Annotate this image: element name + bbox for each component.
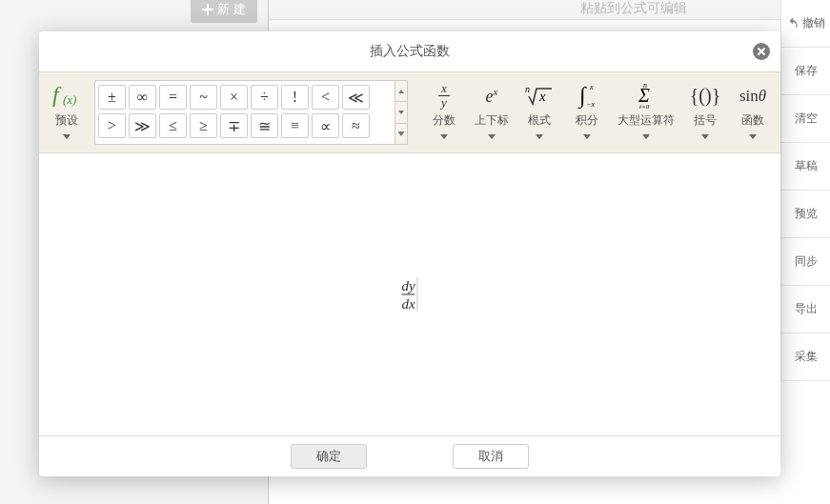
symbol-greaterequal[interactable]: ≥ (190, 113, 217, 138)
summation-icon: nΣi=0 (629, 80, 663, 111)
bracket-group[interactable]: {()} 括号 (685, 80, 725, 145)
sidebar-clear[interactable]: 清空 (780, 95, 830, 143)
scroll-down[interactable] (395, 102, 408, 123)
radical-label: 根式 (528, 112, 551, 129)
symbol-row-1: ± ∞ = ~ × ÷ ! < ≪ (98, 85, 392, 110)
sidebar-undo[interactable]: 撤销 (780, 0, 830, 48)
chevron-down-icon (583, 134, 591, 139)
svg-text:n: n (525, 84, 530, 94)
right-sidebar: 撤销 保存 清空 草稿 预览 同步 导出 采集 (780, 0, 830, 381)
svg-text:f: f (52, 82, 62, 107)
formula-content[interactable]: dy dx (401, 278, 417, 312)
function-label: 函数 (741, 112, 764, 129)
modal-footer: 确定 取消 (39, 436, 780, 476)
modal-title-bar: 插入公式函数 (39, 31, 780, 71)
symbol-lessequal[interactable]: ≤ (159, 113, 187, 138)
cancel-button[interactable]: 取消 (453, 444, 529, 469)
close-button[interactable] (752, 42, 771, 61)
radical-icon: nx (522, 80, 557, 111)
symbol-times[interactable]: × (220, 85, 248, 110)
symbol-muchgreater[interactable]: ≫ (129, 113, 156, 138)
bigop-label: 大型运算符 (617, 112, 675, 129)
function-group[interactable]: sinθ 函数 (733, 80, 773, 145)
modal-title: 插入公式函数 (370, 43, 450, 60)
close-icon (752, 42, 771, 61)
symbol-identical[interactable]: ≡ (281, 113, 309, 138)
integral-icon: ∫x−x (570, 80, 604, 111)
formula-canvas[interactable]: dy dx (39, 153, 780, 435)
sidebar-undo-label: 撤销 (802, 15, 825, 31)
more-icon (398, 132, 404, 136)
symbol-infinity[interactable]: ∞ (129, 85, 156, 110)
symbol-proportional[interactable]: ∝ (312, 113, 339, 138)
chevron-down-icon (749, 134, 757, 139)
symbol-equals[interactable]: = (159, 85, 187, 110)
symbol-approx[interactable]: ≈ (342, 113, 370, 138)
sidebar-collect[interactable]: 采集 (780, 333, 830, 381)
sidebar-preview[interactable]: 预览 (780, 191, 830, 238)
numerator: dy (401, 278, 415, 293)
symbol-greaterthan[interactable]: > (98, 113, 126, 138)
exponent-icon: ex (475, 80, 509, 111)
svg-text:(x): (x) (63, 92, 76, 107)
preset-icon: f(x) (50, 80, 84, 111)
ok-button[interactable]: 确定 (291, 444, 367, 469)
symbol-minusplus[interactable]: ∓ (220, 113, 248, 138)
fraction-icon: xy (427, 80, 461, 111)
svg-text:x: x (538, 89, 546, 104)
integral-group[interactable]: ∫x−x 积分 (567, 80, 607, 145)
symbol-grid: ± ∞ = ~ × ÷ ! < ≪ > ≫ ≤ ≥ ∓ ≅ ≡ ∝ ≈ (94, 80, 395, 145)
scroll-up[interactable] (395, 80, 408, 102)
subsup-label: 上下标 (475, 112, 509, 129)
symbol-divide[interactable]: ÷ (251, 85, 278, 110)
chevron-up-icon (398, 90, 404, 93)
sidebar-save[interactable]: 保存 (780, 48, 830, 95)
symbol-lessthan[interactable]: < (312, 85, 339, 110)
denominator: dx (401, 296, 415, 312)
symbol-plusminus[interactable]: ± (98, 85, 126, 110)
chevron-down-icon (63, 134, 71, 139)
symbol-muchless[interactable]: ≪ (342, 85, 370, 110)
preset-group[interactable]: f(x) 预设 (47, 80, 87, 145)
fraction-line (401, 294, 415, 295)
formula-modal: 插入公式函数 f(x) 预设 ± ∞ = ~ × ÷ ! < ≪ (39, 31, 780, 476)
fraction-label: 分数 (433, 112, 455, 129)
bigop-group[interactable]: nΣi=0 大型运算符 (615, 80, 678, 145)
symbol-tilde[interactable]: ~ (190, 85, 217, 110)
chevron-down-icon (488, 134, 496, 139)
chevron-down-icon (642, 134, 650, 139)
svg-text:x: x (589, 83, 594, 91)
bracket-icon: {()} (688, 80, 722, 111)
preset-label: 预设 (55, 112, 78, 129)
background-faded-text: 粘贴到公式可编辑 (580, 0, 687, 17)
radical-group[interactable]: nx 根式 (519, 80, 559, 145)
subsup-group[interactable]: ex 上下标 (472, 80, 512, 145)
new-button-label: 新 建 (217, 1, 246, 18)
svg-text:−x: −x (586, 100, 595, 109)
toolbar: f(x) 预设 ± ∞ = ~ × ÷ ! < ≪ > ≫ ≤ ≥ (39, 71, 780, 153)
sidebar-sync[interactable]: 同步 (780, 238, 830, 286)
scroll-more[interactable] (395, 124, 408, 145)
new-button: 新 建 (191, 0, 257, 23)
symbol-row-2: > ≫ ≤ ≥ ∓ ≅ ≡ ∝ ≈ (98, 113, 392, 138)
svg-text:i=0: i=0 (639, 103, 650, 110)
fraction-group[interactable]: xy 分数 (424, 80, 464, 145)
symbol-congruent[interactable]: ≅ (251, 113, 278, 138)
bracket-label: 括号 (694, 112, 717, 129)
symbol-scroll (395, 80, 408, 145)
symbol-factorial[interactable]: ! (281, 85, 309, 110)
integral-label: 积分 (576, 112, 598, 129)
chevron-down-icon (536, 134, 543, 139)
chevron-down-icon (440, 134, 448, 139)
chevron-down-icon (398, 111, 404, 114)
function-icon: sinθ (736, 80, 770, 111)
sidebar-export[interactable]: 导出 (780, 286, 830, 333)
plus-icon (202, 4, 213, 15)
chevron-down-icon (701, 134, 709, 139)
undo-icon (786, 17, 800, 30)
sidebar-draft[interactable]: 草稿 (780, 143, 830, 191)
